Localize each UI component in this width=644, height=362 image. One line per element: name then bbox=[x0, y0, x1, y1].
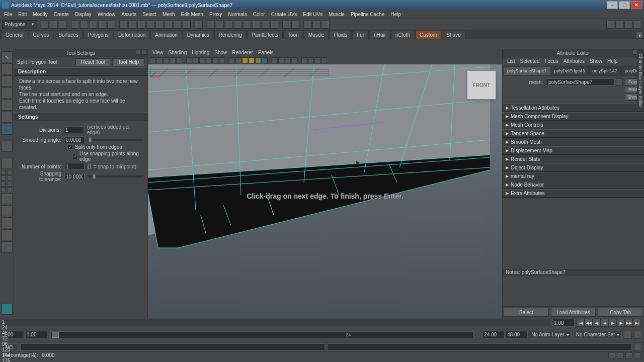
last-tool-icon[interactable] bbox=[2, 124, 13, 135]
history-icon[interactable] bbox=[207, 21, 215, 29]
menu-select[interactable]: Select bbox=[139, 11, 159, 18]
script-editor-icon[interactable] bbox=[634, 343, 642, 351]
render-view-icon[interactable] bbox=[243, 21, 251, 29]
menu-window[interactable]: Window bbox=[95, 11, 119, 18]
ae-tab[interactable]: polyDelEdge43 bbox=[551, 66, 589, 75]
rewind-start-icon[interactable]: |◀ bbox=[577, 319, 585, 327]
move-tool-icon[interactable] bbox=[2, 87, 13, 99]
misc-a-icon[interactable] bbox=[303, 21, 311, 29]
shelf-tab-fluids[interactable]: Fluids bbox=[329, 31, 352, 39]
divisions-input[interactable] bbox=[64, 126, 84, 133]
select-button[interactable]: Select bbox=[504, 308, 549, 317]
render-settings-icon[interactable] bbox=[234, 21, 242, 29]
notes-textarea[interactable] bbox=[503, 276, 644, 306]
vp-btn-icon[interactable] bbox=[163, 57, 169, 63]
vp-shade-icon[interactable] bbox=[255, 57, 261, 63]
layout-single-icon[interactable] bbox=[282, 21, 290, 29]
shelf-tab-painteffects[interactable]: PaintEffects bbox=[247, 31, 283, 39]
menu-create[interactable]: Create bbox=[51, 11, 72, 18]
ae-tab[interactable]: polySurfaceShape7 bbox=[504, 66, 550, 75]
menu-mesh[interactable]: Mesh bbox=[159, 11, 178, 18]
minimize-button[interactable]: – bbox=[607, 1, 618, 9]
ae-section[interactable]: ▶Mesh Component Display bbox=[503, 112, 644, 121]
ae-menu-focus[interactable]: Focus bbox=[542, 58, 560, 64]
input-ops-icon[interactable] bbox=[195, 21, 203, 29]
snap-curve-icon[interactable] bbox=[128, 21, 136, 29]
ae-menu-attributes[interactable]: Attributes bbox=[561, 58, 587, 64]
menu-pipeline-cache[interactable]: Pipeline Cache bbox=[348, 11, 387, 18]
sidebar-toggle-d-icon[interactable] bbox=[633, 21, 641, 29]
ae-menu-list[interactable]: List bbox=[505, 58, 518, 64]
menu-help[interactable]: Help bbox=[387, 11, 404, 18]
status-icon[interactable] bbox=[625, 352, 632, 358]
layout-b-icon[interactable] bbox=[2, 193, 13, 204]
menu-assets[interactable]: Assets bbox=[118, 11, 139, 18]
shelf-tab-fur[interactable]: Fur bbox=[352, 31, 369, 39]
layout-four-icon[interactable] bbox=[291, 21, 299, 29]
snap-live-icon[interactable] bbox=[155, 21, 164, 29]
vp-btn-icon[interactable] bbox=[272, 57, 278, 63]
vp-menu-show[interactable]: Show bbox=[212, 50, 229, 55]
ae-section[interactable]: ▶Tangent Space bbox=[503, 129, 644, 138]
lasso-tool-icon[interactable] bbox=[2, 63, 13, 74]
vp-xray-icon[interactable] bbox=[262, 57, 268, 63]
vp-menu-lighting[interactable]: Lighting bbox=[189, 50, 212, 55]
copy-tab-button[interactable]: Copy Tab bbox=[598, 308, 643, 317]
shelf-tab-animation[interactable]: Animation bbox=[150, 31, 182, 39]
layout-f-icon[interactable] bbox=[2, 241, 13, 252]
snaptol-input[interactable] bbox=[64, 173, 85, 180]
scale-tool-icon[interactable] bbox=[2, 112, 13, 123]
sidebar-toggle-a-icon[interactable] bbox=[606, 21, 614, 29]
smoothing-input[interactable] bbox=[64, 136, 85, 143]
save-scene-icon[interactable] bbox=[59, 21, 67, 29]
menu-set-selector[interactable]: Polygons ▼ bbox=[2, 20, 37, 29]
ae-section[interactable]: ▶Extra Attributes bbox=[503, 189, 644, 198]
menu-create-uvs[interactable]: Create UVs bbox=[268, 11, 300, 18]
vp-light-icon[interactable] bbox=[249, 57, 255, 63]
shelf-tab-polygons[interactable]: Polygons bbox=[84, 31, 113, 39]
select-by-obj-icon[interactable] bbox=[98, 21, 106, 29]
viewport-3d[interactable]: FRONT Click-drag on next edge. To finish… bbox=[148, 64, 502, 318]
character-set-combo[interactable]: No Character Set▾ bbox=[574, 331, 622, 339]
new-scene-icon[interactable] bbox=[41, 21, 49, 29]
vp-btn-icon[interactable] bbox=[308, 57, 314, 63]
vp-btn-icon[interactable] bbox=[321, 57, 327, 63]
time-slider[interactable]: 1244872961201441762002242482722963203443… bbox=[2, 319, 550, 326]
vp-btn-icon[interactable] bbox=[314, 57, 320, 63]
layout-a-icon[interactable] bbox=[2, 158, 13, 169]
layout-e-icon[interactable] bbox=[2, 229, 13, 240]
ae-section[interactable]: ▶Node Behavior bbox=[503, 180, 644, 189]
sidebar-toggle-b-icon[interactable] bbox=[615, 21, 623, 29]
misc-c-icon[interactable] bbox=[321, 21, 330, 29]
ae-section[interactable]: ▶mental ray bbox=[503, 172, 644, 180]
menu-color[interactable]: Color bbox=[250, 11, 268, 18]
undo-icon[interactable] bbox=[71, 21, 79, 29]
shelf-tab-dynamics[interactable]: Dynamics bbox=[183, 31, 214, 39]
menu-edit-uvs[interactable]: Edit UVs bbox=[300, 11, 326, 18]
menu-muscle[interactable]: Muscle bbox=[326, 11, 348, 18]
vp-btn-icon[interactable] bbox=[156, 57, 163, 63]
use-snapping-checkbox[interactable]: ✓ bbox=[72, 154, 77, 159]
shelf-tab-custom[interactable]: Custom bbox=[415, 31, 441, 39]
range-slider[interactable] bbox=[50, 331, 473, 338]
ae-section[interactable]: ▶Object Display bbox=[503, 163, 644, 172]
snaptol-slider[interactable] bbox=[88, 175, 143, 177]
ipr-icon[interactable] bbox=[225, 21, 233, 29]
mesh-name-input[interactable] bbox=[546, 78, 615, 85]
vp-btn-icon[interactable] bbox=[219, 57, 225, 63]
vp-btn-icon[interactable] bbox=[186, 57, 192, 63]
status-icon[interactable] bbox=[634, 352, 641, 358]
rewind-end-icon[interactable]: ▶| bbox=[633, 319, 641, 327]
load-attributes-button[interactable]: Load Attributes bbox=[551, 308, 596, 317]
menu-normals[interactable]: Normals bbox=[225, 11, 250, 18]
maya-logo-icon[interactable] bbox=[2, 304, 13, 315]
menu-edit[interactable]: Edit bbox=[15, 11, 30, 18]
menu-display[interactable]: Display bbox=[72, 11, 95, 18]
ae-menu-help[interactable]: Help bbox=[605, 58, 620, 64]
layout-d-icon[interactable] bbox=[2, 217, 13, 228]
vp-btn-icon[interactable] bbox=[150, 57, 156, 63]
shelf-tab-nhair[interactable]: nHair bbox=[369, 31, 390, 39]
mesh-history-icon[interactable] bbox=[616, 78, 623, 85]
shelf-tab-ncloth[interactable]: nCloth bbox=[391, 31, 415, 39]
shelf-tab-muscle[interactable]: Muscle bbox=[304, 31, 329, 39]
